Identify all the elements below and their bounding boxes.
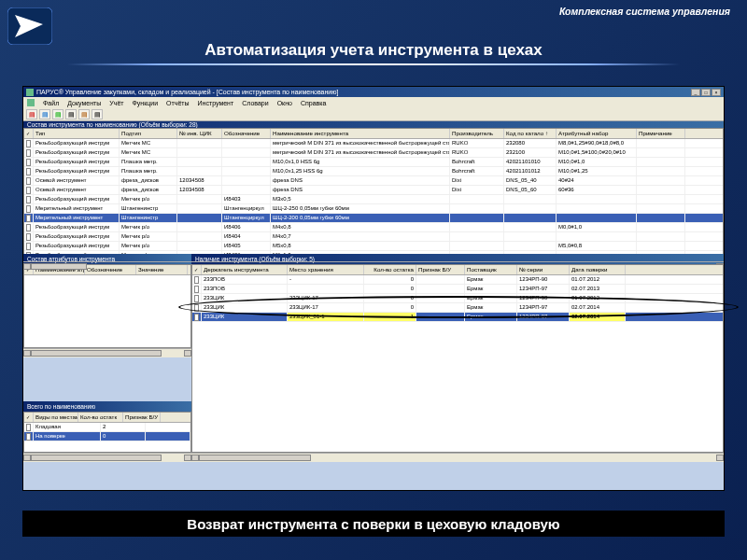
main-grid-pane: Состав инструмента по наименованию (Объё…	[23, 121, 724, 254]
menu-help[interactable]: Справка	[301, 100, 326, 106]
table-row[interactable]: Резьбообразующий инструмМетчик р/оИ8404M…	[24, 232, 723, 242]
table-row[interactable]: 233ЦИК233ЦИК-170Ермак1234РП-9702.07.2014	[192, 303, 723, 313]
main-grid-body[interactable]: Резьбообразующий инструмМетчик МСметриче…	[24, 139, 723, 260]
table-row[interactable]: Резьбообразующий инструмМетчик р/оИ8403M…	[24, 195, 723, 204]
attrs-scrollbar[interactable]	[23, 348, 191, 357]
table-row[interactable]: Резьбообразующий инструмМетчик МСметриче…	[24, 139, 723, 148]
menubar-icon	[27, 99, 35, 106]
table-row[interactable]: 233ЦИК233ЦИК_01-11Ермак1234РП-9702.07.20…	[192, 313, 723, 322]
table-row[interactable]: Осевой инструментфреза_дисков12034508фре…	[24, 186, 723, 195]
table-row[interactable]: Резьбообразующий инструмМетчик МСметриче…	[24, 148, 723, 158]
toolbar-btn-2[interactable]: ▤	[39, 109, 50, 119]
title-underline	[67, 63, 680, 65]
menu-documents[interactable]: Документы	[67, 100, 101, 106]
table-row[interactable]: 233ПОВ-0Ермак1234РП-9001.07.2012	[192, 275, 723, 285]
menu-accounting[interactable]: Учёт	[109, 100, 123, 106]
app-window: ПАРУС® Управление закупками, складом и р…	[22, 86, 725, 491]
logo	[7, 7, 52, 45]
main-grid-header[interactable]: ✓ Тип Подтип № инв. ЦИК Обозначение Наим…	[24, 129, 723, 139]
table-row[interactable]: Кладовая2	[24, 423, 190, 432]
table-row[interactable]: Резьбообразующий инструмМетчик р/оИ8406M…	[24, 223, 723, 232]
toolbar-btn-6[interactable]: ▤	[92, 109, 103, 119]
scrollbar-thumb[interactable]	[31, 263, 87, 270]
table-row[interactable]: Мерительный инструментШтангенинстрШтанге…	[24, 214, 723, 223]
window-titlebar[interactable]: ПАРУС® Управление закупками, складом и р…	[23, 87, 724, 97]
menubar[interactable]: Файл Документы Учёт Функции Отчёты Инстр…	[23, 97, 724, 108]
table-row[interactable]: 233ЦИК233ЦИК-170Ермак1234РП-9001.07.2012	[192, 294, 723, 303]
slide-header: Комплексная система управления Автоматиз…	[0, 0, 747, 73]
totals-grid[interactable]: ✓ Виды по местам Кол-во остатк Признак Б…	[23, 412, 191, 453]
toolbar-btn-3[interactable]: ▤	[52, 109, 63, 119]
main-grid-title: Состав инструмента по наименованию (Объё…	[23, 121, 724, 128]
totals-scrollbar[interactable]	[23, 453, 191, 462]
totals-title: Всего по наименованию	[23, 401, 191, 412]
stock-scrollbar[interactable]	[191, 453, 724, 462]
maximize-button[interactable]: □	[701, 89, 711, 96]
stock-title: Наличие инструмента (Объём выборки: 5)	[191, 254, 724, 264]
table-row[interactable]: Резьбообразующий инструмМетчик р/оИ8405M…	[24, 242, 723, 251]
close-button[interactable]: ×	[712, 89, 721, 96]
toolbar-btn-4[interactable]: ▤	[65, 109, 77, 119]
attrs-grid[interactable]: ✓ Наименование атрибута Обозначение Знач…	[23, 264, 191, 348]
table-row[interactable]: 233ПОВ0Ермак1234РП-9702.07.2013	[192, 285, 723, 294]
menu-functions[interactable]: Функции	[133, 100, 159, 106]
menu-window[interactable]: Окно	[277, 100, 292, 106]
table-row[interactable]: Резьбообразующий инструмПлашка метр.M10,…	[24, 167, 723, 176]
app-icon	[26, 89, 34, 96]
system-label: Комплексная система управления	[559, 6, 730, 17]
stock-grid[interactable]: ✓ Держатель инструмента Место хранения К…	[191, 264, 724, 453]
footer-caption: Возврат инструмента с поверки в цеховую …	[22, 511, 725, 537]
menu-file[interactable]: Файл	[43, 100, 59, 106]
menu-reports[interactable]: Отчёты	[166, 100, 189, 106]
toolbar-btn-5[interactable]: ▤	[78, 109, 90, 119]
toolbar-btn-1[interactable]: ▤	[26, 109, 37, 119]
minimize-button[interactable]: _	[691, 89, 700, 96]
menu-dictionaries[interactable]: Словари	[242, 100, 268, 106]
menu-instrument[interactable]: Инструмент	[198, 100, 234, 106]
toolbar: ▤ ▤ ▤ ▤ ▤ ▤	[23, 108, 724, 121]
table-row[interactable]: Резьбообразующий инструмПлашка метр.M10,…	[24, 158, 723, 167]
lower-area: Состав атрибутов инструмента ✓ Наименова…	[23, 254, 724, 462]
table-row[interactable]: Мерительный инструментШтангенинстрШтанге…	[24, 204, 723, 214]
window-title: ПАРУС® Управление закупками, складом и р…	[36, 89, 691, 95]
horizontal-scrollbar[interactable]	[23, 261, 724, 262]
table-row[interactable]: На поверке0	[24, 432, 190, 441]
table-row[interactable]: Осевой инструментфреза_дисков12034508фре…	[24, 176, 723, 186]
